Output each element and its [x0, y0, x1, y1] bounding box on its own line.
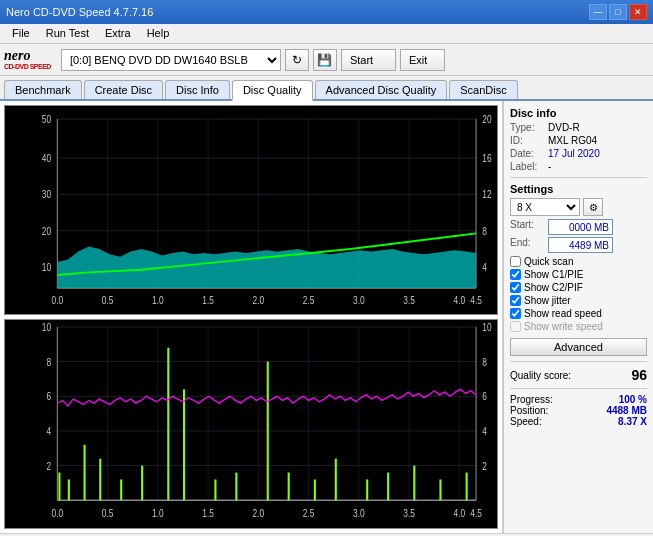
svg-rect-87 [267, 362, 269, 501]
tab-benchmark[interactable]: Benchmark [4, 80, 82, 99]
position-row: Position: 4488 MB [510, 405, 647, 416]
quick-scan-row: Quick scan [510, 256, 647, 267]
exit-button[interactable]: Exit [400, 49, 445, 71]
svg-rect-88 [288, 473, 290, 501]
show-write-speed-row: Show write speed [510, 321, 647, 332]
type-row: Type: DVD-R [510, 122, 647, 133]
settings-title: Settings [510, 183, 647, 195]
save-icon-button[interactable]: 💾 [313, 49, 337, 71]
top-chart: 50 40 30 20 10 20 16 12 8 4 0.0 0.5 1.0 … [4, 105, 498, 315]
end-mb-field[interactable] [548, 237, 613, 253]
window-controls: — □ ✕ [589, 4, 647, 20]
minimize-button[interactable]: — [589, 4, 607, 20]
bottom-chart: 10 8 6 4 2 10 8 6 4 2 0.0 0.5 1.0 1.5 2.… [4, 319, 498, 529]
progress-row: Progress: 100 % [510, 394, 647, 405]
tab-scandisc[interactable]: ScanDisc [449, 80, 517, 99]
svg-text:2: 2 [46, 460, 51, 472]
label-label: Label: [510, 161, 548, 172]
main-content: 50 40 30 20 10 20 16 12 8 4 0.0 0.5 1.0 … [0, 101, 653, 533]
tab-create-disc[interactable]: Create Disc [84, 80, 163, 99]
svg-text:20: 20 [42, 225, 51, 237]
type-value: DVD-R [548, 122, 580, 133]
label-row: Label: - [510, 161, 647, 172]
svg-rect-90 [335, 459, 337, 501]
svg-text:8: 8 [46, 356, 51, 368]
settings-icon-button[interactable]: ⚙ [583, 198, 603, 216]
tab-advanced-disc-quality[interactable]: Advanced Disc Quality [315, 80, 448, 99]
svg-text:50: 50 [42, 113, 51, 125]
nero-logo: nero CD-DVD SPEED [4, 49, 51, 70]
type-label: Type: [510, 122, 548, 133]
svg-rect-94 [439, 479, 441, 500]
start-mb-label: Start: [510, 219, 548, 235]
svg-rect-81 [120, 479, 122, 500]
position-label: Position: [510, 405, 548, 416]
svg-text:2.0: 2.0 [253, 507, 265, 519]
svg-text:8: 8 [482, 225, 487, 237]
advanced-button[interactable]: Advanced [510, 338, 647, 356]
svg-text:8: 8 [482, 356, 487, 368]
quick-scan-checkbox[interactable] [510, 256, 521, 267]
maximize-button[interactable]: □ [609, 4, 627, 20]
svg-text:3.5: 3.5 [403, 507, 415, 519]
svg-text:4.0: 4.0 [453, 294, 465, 306]
svg-rect-83 [167, 348, 169, 501]
start-button[interactable]: Start [341, 49, 396, 71]
divider-2 [510, 361, 647, 362]
show-jitter-checkbox[interactable] [510, 295, 521, 306]
title-bar: Nero CD-DVD Speed 4.7.7.16 — □ ✕ [0, 0, 653, 24]
menu-extra[interactable]: Extra [97, 26, 139, 41]
date-value: 17 Jul 2020 [548, 148, 600, 159]
menu-file[interactable]: File [4, 26, 38, 41]
quick-scan-label: Quick scan [524, 256, 573, 267]
id-value: MXL RG04 [548, 135, 597, 146]
refresh-icon-button[interactable]: ↻ [285, 49, 309, 71]
svg-rect-79 [84, 445, 86, 500]
svg-rect-89 [314, 479, 316, 500]
position-value: 4488 MB [606, 405, 647, 416]
svg-rect-77 [58, 473, 60, 501]
menu-help[interactable]: Help [139, 26, 178, 41]
svg-text:3.0: 3.0 [353, 507, 365, 519]
tab-bar: Benchmark Create Disc Disc Info Disc Qua… [0, 76, 653, 101]
progress-section: Progress: 100 % Position: 4488 MB Speed:… [510, 394, 647, 427]
show-read-speed-checkbox[interactable] [510, 308, 521, 319]
start-mb-field[interactable] [548, 219, 613, 235]
divider-1 [510, 177, 647, 178]
app-title: Nero CD-DVD Speed 4.7.7.16 [6, 6, 153, 18]
chart-area: 50 40 30 20 10 20 16 12 8 4 0.0 0.5 1.0 … [0, 101, 503, 533]
show-c2pif-checkbox[interactable] [510, 282, 521, 293]
id-row: ID: MXL RG04 [510, 135, 647, 146]
show-jitter-label: Show jitter [524, 295, 571, 306]
tab-disc-info[interactable]: Disc Info [165, 80, 230, 99]
svg-text:12: 12 [482, 188, 491, 200]
toolbar: nero CD-DVD SPEED [0:0] BENQ DVD DD DW16… [0, 44, 653, 76]
speed-label: Speed: [510, 416, 542, 427]
close-button[interactable]: ✕ [629, 4, 647, 20]
divider-3 [510, 388, 647, 389]
show-c1pie-checkbox[interactable] [510, 269, 521, 280]
svg-rect-91 [366, 479, 368, 500]
progress-value: 100 % [619, 394, 647, 405]
svg-rect-86 [235, 473, 237, 501]
quality-score-value: 96 [631, 367, 647, 383]
svg-text:4.5: 4.5 [470, 294, 482, 306]
svg-text:4: 4 [482, 425, 487, 437]
svg-text:30: 30 [42, 188, 51, 200]
quality-score-row: Quality score: 96 [510, 367, 647, 383]
svg-text:10: 10 [482, 321, 492, 333]
speed-value: 8.37 X [618, 416, 647, 427]
svg-rect-92 [387, 473, 389, 501]
tab-disc-quality[interactable]: Disc Quality [232, 80, 313, 101]
drive-select[interactable]: [0:0] BENQ DVD DD DW1640 BSLB [61, 49, 281, 71]
svg-rect-93 [413, 466, 415, 501]
menu-run-test[interactable]: Run Test [38, 26, 97, 41]
show-write-speed-checkbox [510, 321, 521, 332]
svg-text:0.0: 0.0 [52, 507, 64, 519]
svg-rect-80 [99, 459, 101, 501]
svg-text:0.0: 0.0 [52, 294, 64, 306]
svg-text:10: 10 [42, 321, 52, 333]
svg-text:2.5: 2.5 [303, 294, 315, 306]
progress-label: Progress: [510, 394, 553, 405]
speed-select[interactable]: 8 X [510, 198, 580, 216]
